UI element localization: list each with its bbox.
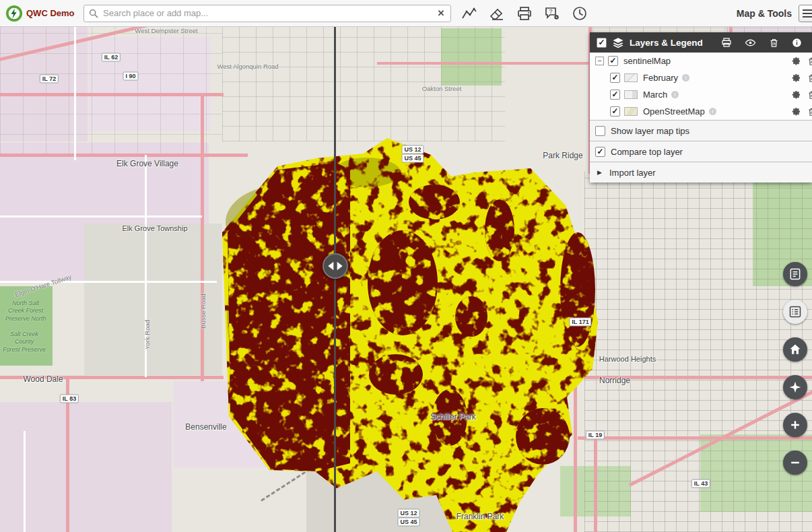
route-shield: US 12 (397, 509, 419, 518)
town-label: Harwood Heights (599, 355, 656, 363)
map-area-patch (0, 402, 172, 532)
map-area-patch (0, 143, 209, 281)
street-label: Busse Road (199, 294, 207, 329)
collapse-toggle-icon[interactable]: − (595, 57, 604, 65)
trash-icon[interactable] (769, 38, 779, 48)
layer-settings-icon[interactable] (791, 56, 801, 66)
layer-thumbnail (624, 73, 638, 82)
map-road (201, 94, 204, 381)
layer-remove-icon[interactable] (807, 73, 812, 83)
map-tips-checkbox[interactable] (595, 126, 605, 136)
layer-remove-icon[interactable] (807, 90, 812, 100)
menu-button[interactable] (799, 5, 812, 22)
zoom-in-icon (788, 418, 802, 432)
layer-settings-icon[interactable] (791, 73, 801, 83)
print-button[interactable] (516, 5, 533, 22)
layers-icon (612, 36, 624, 48)
town-label: Elk Grove Village (116, 159, 178, 168)
map-tips-label: Show layer map tips (611, 126, 689, 136)
layers-panel-title: Layers & Legend (630, 38, 703, 48)
map-road (0, 215, 202, 218)
street-label: Elgin-O'Hare Tollway (14, 273, 73, 298)
layer-group-label: sentinelMap (623, 56, 671, 66)
layer-settings-icon[interactable] (791, 106, 801, 117)
help-button[interactable]: ? (543, 5, 561, 22)
eraser-button[interactable] (488, 5, 506, 22)
map-road (578, 436, 812, 440)
map-road (574, 296, 577, 532)
import-layer-row[interactable]: Import layer (590, 162, 812, 182)
map-tools-label[interactable]: Map & Tools (737, 8, 792, 19)
home-button[interactable] (783, 337, 807, 362)
compare-slider-handle[interactable] (323, 253, 348, 279)
map-road (0, 281, 217, 283)
compare-slider-line (334, 27, 336, 532)
layer-remove-icon[interactable] (807, 57, 812, 66)
forest-label: Salt Creek County Forest Preserve (3, 331, 46, 354)
layer-info-icon[interactable]: i (671, 91, 679, 98)
list-button[interactable] (783, 300, 807, 324)
show-map-tips-row[interactable]: Show layer map tips (590, 120, 812, 141)
layer-row[interactable]: OpenStreetMapi (590, 103, 812, 120)
help-icon: ? (544, 5, 560, 22)
print-legend-icon[interactable] (721, 37, 732, 48)
layer-group-row[interactable]: −sentinelMap (590, 53, 812, 69)
layer-checkbox[interactable] (610, 106, 620, 117)
map-area-patch (174, 381, 312, 467)
layers-panel: Layers & Legend (590, 32, 812, 182)
town-label: Franklin Park (456, 512, 504, 521)
profile-icon (461, 5, 477, 22)
compare-top-layer-row[interactable]: Compare top layer (590, 141, 812, 162)
layer-settings-icon[interactable] (791, 90, 801, 100)
map-area-patch (89, 37, 210, 131)
qwc-app: Elk Grove VillageElk Grove TownshipPark … (0, 0, 812, 532)
street-label: West Algonquin Road (217, 63, 278, 70)
info-icon[interactable] (792, 38, 802, 48)
layers-panel-header: Layers & Legend (590, 32, 812, 53)
railway-line (261, 284, 595, 502)
search-input[interactable] (102, 7, 433, 19)
route-shield: IL 72 (40, 75, 59, 84)
locate-button[interactable] (783, 375, 807, 399)
map-road (377, 62, 599, 65)
app-logo[interactable]: QWC Demo (0, 5, 83, 22)
svg-text:?: ? (549, 8, 553, 15)
map-area-patch (0, 27, 222, 155)
map-road (66, 377, 69, 532)
layer-remove-icon[interactable] (807, 107, 812, 117)
panel-header-checkbox[interactable] (597, 38, 607, 48)
home-icon (788, 343, 802, 356)
search-box[interactable] (83, 5, 451, 22)
layer-info-icon[interactable]: i (709, 108, 716, 115)
map-road (0, 93, 224, 96)
zoom-in-button[interactable] (783, 413, 807, 437)
layer-thumbnail (624, 90, 638, 99)
layer-label: March (643, 90, 667, 100)
layer-label: OpenStreetMap (643, 106, 705, 117)
layer-row[interactable]: Marchi (590, 86, 812, 103)
map-road (594, 436, 597, 532)
clear-search-icon[interactable] (436, 8, 446, 19)
top-bar: QWC Demo (0, 0, 812, 27)
search-icon (88, 8, 99, 19)
layer-label: February (643, 73, 678, 83)
layer-info-icon[interactable]: i (682, 74, 689, 81)
visibility-eye-icon[interactable] (745, 37, 756, 48)
compare-label: Compare top layer (611, 147, 683, 157)
layer-checkbox[interactable] (610, 73, 620, 83)
layer-row[interactable]: Februaryi (590, 69, 812, 86)
profile-button[interactable] (461, 5, 478, 22)
notes-button[interactable] (783, 262, 807, 286)
layer-tree: −sentinelMapFebruaryiMarchiOpenStreetMap… (590, 53, 812, 120)
print-icon (516, 5, 533, 22)
map-area-patch (560, 466, 631, 517)
zoom-out-button[interactable] (783, 451, 807, 475)
compare-checkbox[interactable] (595, 147, 605, 157)
layer-group-checkbox[interactable] (608, 56, 618, 66)
town-label: Norridge (599, 376, 630, 385)
route-shield: IL 83 (60, 395, 79, 403)
map-area-patch (584, 172, 812, 532)
time-button[interactable] (571, 5, 588, 22)
locate-icon (788, 380, 802, 394)
layer-checkbox[interactable] (610, 90, 620, 100)
